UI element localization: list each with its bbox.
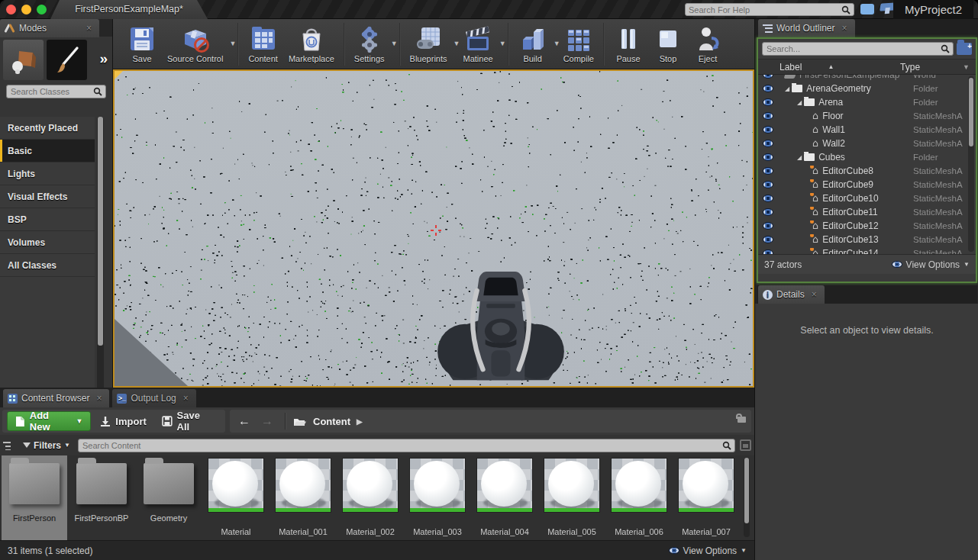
help-search-input[interactable] — [686, 5, 838, 14]
outliner-row-editorcube13[interactable]: ⌂ EditorCube13 StaticMeshA — [758, 233, 976, 246]
zoom-window-button[interactable] — [37, 5, 47, 14]
visibility-eye-icon[interactable] — [763, 181, 773, 188]
breadcrumb[interactable]: Content ▶ — [293, 416, 363, 427]
visibility-eye-icon[interactable] — [763, 153, 773, 161]
output-log-tab[interactable]: >_ Output Log × — [112, 389, 195, 407]
asset-tile-material-003[interactable]: Material_003 — [405, 455, 470, 540]
build-button[interactable]: Build ▼ — [513, 23, 558, 65]
eject-button[interactable]: Eject — [688, 23, 728, 65]
chevron-down-icon[interactable]: ▼ — [229, 40, 236, 47]
outliner-row-floor[interactable]: ⌂ Floor StaticMeshA — [758, 109, 976, 123]
content-browser-tab[interactable]: Content Browser × — [3, 389, 109, 407]
outliner-row-editorcube14[interactable]: ⌂ EditorCube14 StaticMeshA — [758, 246, 976, 254]
back-button[interactable]: ← — [234, 414, 254, 428]
more-modes-chevron-icon[interactable]: » — [99, 50, 108, 67]
level-viewport[interactable] — [113, 69, 754, 388]
forward-button[interactable]: → — [257, 414, 277, 428]
view-options-button[interactable]: View Options ▼ — [669, 546, 747, 556]
asset-tile-firstperson[interactable]: FirstPerson — [2, 455, 67, 540]
import-button[interactable]: Import — [94, 416, 152, 427]
details-tab[interactable]: i Details × — [758, 285, 825, 304]
outliner-search-input[interactable] — [763, 44, 938, 53]
outliner-row-editorcube12[interactable]: ⌂ EditorCube12 StaticMeshA — [758, 219, 976, 233]
sort-ascending-icon[interactable]: ▲ — [828, 63, 834, 70]
outliner-row-editorcube9[interactable]: ⌂ EditorCube9 StaticMeshA — [758, 178, 976, 191]
outliner-view-options-button[interactable]: View Options ▼ — [892, 259, 970, 270]
source-control-button[interactable]: Source Control ▼ — [162, 23, 234, 65]
asset-tile-material-002[interactable]: Material_002 — [337, 455, 403, 540]
category-basic[interactable]: Basic — [0, 140, 95, 163]
visibility-eye-icon[interactable] — [763, 236, 773, 243]
asset-tile-material[interactable]: Material — [203, 455, 269, 540]
type-filter-chevron-icon[interactable]: ▼ — [963, 63, 970, 71]
marketplace-button[interactable]: Marketplace — [283, 23, 340, 65]
category-lights[interactable]: Lights — [0, 163, 95, 185]
outliner-row-wall1[interactable]: ⌂ Wall1 StaticMeshA — [758, 123, 976, 137]
close-icon[interactable]: × — [93, 393, 105, 404]
pause-button[interactable]: Pause — [608, 23, 648, 65]
level-tab[interactable]: FirstPersonExampleMap* — [50, 0, 208, 19]
chevron-down-icon[interactable]: ▼ — [391, 40, 398, 47]
close-icon[interactable]: × — [809, 289, 820, 300]
compile-button[interactable]: Compile — [558, 23, 599, 65]
expand-arrow-icon[interactable]: ◢ — [785, 85, 789, 92]
asset-tile-geometry[interactable]: Geometry — [136, 455, 202, 540]
content-button[interactable]: Content — [243, 23, 283, 65]
breadcrumb-chevron-icon[interactable]: ▶ — [357, 417, 363, 426]
outliner-row-editorcube10[interactable]: ⌂ EditorCube10 StaticMeshA — [758, 191, 976, 205]
outliner-scrollbar-thumb[interactable] — [969, 78, 973, 146]
visibility-eye-icon[interactable] — [763, 195, 773, 202]
category-all-classes[interactable]: All Classes — [0, 254, 95, 277]
feedback-chat-icon[interactable] — [860, 4, 874, 14]
visibility-eye-icon[interactable] — [763, 222, 773, 230]
visibility-eye-icon[interactable] — [763, 112, 773, 120]
place-mode-tab[interactable] — [3, 40, 44, 80]
visibility-eye-icon[interactable] — [763, 140, 773, 147]
blueprints-button[interactable]: Blueprints ▼ — [405, 23, 458, 65]
asset-tile-material-005[interactable]: Material_005 — [539, 455, 605, 540]
classes-search-input[interactable] — [7, 87, 90, 96]
close-icon[interactable]: × — [180, 393, 192, 404]
outliner-row-arenageometry[interactable]: ◢ ArenaGeometry Folder — [758, 82, 976, 95]
close-icon[interactable]: × — [838, 23, 850, 34]
visibility-eye-icon[interactable] — [763, 208, 773, 216]
outliner-row-wall2[interactable]: ⌂ Wall2 StaticMeshA — [758, 137, 976, 150]
close-icon[interactable]: × — [83, 23, 95, 34]
create-folder-icon[interactable] — [957, 43, 972, 55]
visibility-eye-icon[interactable] — [763, 75, 773, 79]
visibility-eye-icon[interactable] — [763, 126, 773, 134]
save-all-button[interactable]: Save All — [156, 410, 221, 433]
category-recently-placed[interactable]: Recently Placed — [0, 117, 95, 140]
type-column-header[interactable]: Type — [900, 62, 963, 72]
modes-panel-tab[interactable]: Modes × — [0, 19, 99, 37]
outliner-row-editorcube11[interactable]: ⌂ EditorCube11 StaticMeshA — [758, 205, 976, 219]
asset-tile-material-007[interactable]: Material_007 — [673, 455, 739, 540]
modes-scrollbar-thumb[interactable] — [98, 117, 103, 346]
stop-button[interactable]: Stop — [648, 23, 688, 65]
visibility-eye-icon[interactable] — [763, 249, 773, 254]
world-outliner-tab[interactable]: World Outliner × — [758, 19, 855, 37]
visibility-eye-icon[interactable] — [763, 98, 773, 106]
chevron-down-icon[interactable]: ▼ — [499, 40, 506, 47]
outliner-row-world[interactable]: FirstPersonExampleMap World — [758, 75, 976, 82]
expand-arrow-icon[interactable]: ◢ — [797, 99, 802, 106]
outliner-row-arena[interactable]: ◢ Arena Folder — [758, 95, 976, 109]
outliner-row-cubes[interactable]: ◢ Cubes Folder — [758, 150, 976, 164]
add-new-button[interactable]: Add New ▼ — [7, 411, 91, 431]
visibility-eye-icon[interactable] — [763, 85, 773, 92]
category-visual-effects[interactable]: Visual Effects — [0, 185, 95, 208]
save-button[interactable]: Save — [122, 23, 162, 65]
lock-icon[interactable] — [736, 414, 747, 423]
expand-arrow-icon[interactable]: ◢ — [797, 154, 802, 161]
filters-button[interactable]: Filters ▼ — [20, 439, 73, 452]
matinee-button[interactable]: Matinee ▼ — [458, 23, 504, 65]
asset-tile-firstpersonbp[interactable]: FirstPersonBP — [69, 455, 134, 540]
settings-button[interactable]: Settings ▼ — [349, 23, 395, 65]
asset-tile-material-006[interactable]: Material_006 — [606, 455, 672, 540]
close-window-button[interactable] — [6, 5, 16, 14]
visibility-eye-icon[interactable] — [763, 167, 773, 175]
assets-scrollbar-thumb[interactable] — [744, 458, 749, 523]
category-volumes[interactable]: Volumes — [0, 231, 95, 254]
label-column-header[interactable]: Label — [779, 62, 802, 72]
save-search-icon[interactable] — [740, 439, 751, 451]
